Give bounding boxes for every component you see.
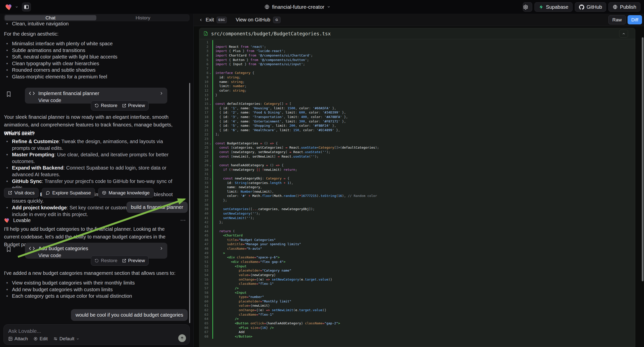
code-line: 67 Add	[200, 330, 635, 334]
code-line: 40 setNewCategory('');	[200, 211, 635, 216]
code-line: 41 setNewLimit('');	[200, 216, 635, 220]
code-line: 15⌄const defaultCategories: Category[] =…	[200, 102, 635, 106]
code-line: 31	[200, 172, 635, 176]
code-line: 25 const [categories, setCategories] = R…	[200, 145, 635, 150]
image-icon	[8, 336, 13, 341]
code-brackets-icon	[29, 246, 35, 251]
restore-icon	[94, 259, 99, 263]
exit-button[interactable]: Exit	[206, 17, 214, 23]
code-line: 35 limit: Number(newLimit),	[200, 190, 635, 194]
model-selector[interactable]: Default	[53, 336, 80, 342]
g-key-badge: G	[273, 17, 280, 23]
code-line: 18 { id: '3', name: 'Transportation', li…	[200, 115, 635, 119]
code-line: 45 <ChartCard	[200, 233, 635, 238]
design-bullet-list: Minimalist interface with plenty of whit…	[4, 40, 181, 80]
collapse-file-button[interactable]	[619, 30, 628, 38]
publish-globe-icon	[613, 4, 618, 10]
code-line: 28	[200, 158, 635, 163]
code-line: 56 className="flex-1"	[200, 282, 635, 286]
settings-button[interactable]	[523, 2, 532, 12]
publish-button[interactable]: Publish	[608, 2, 640, 12]
bookmark-icon[interactable]	[6, 246, 12, 252]
list-item: Rounded corners and subtle shadows	[4, 67, 181, 74]
code-line: 21 { id: '6', name: 'Healthcare', limit:…	[200, 128, 635, 132]
list-item: View existing budget categories with the…	[4, 280, 181, 286]
chat-scrollbar[interactable]	[189, 83, 190, 323]
code-line: 26 const [newCategory, setNewCategory] =…	[200, 150, 635, 154]
leading-bullet-list: Clean, intuitive navigation	[4, 20, 181, 27]
code-brackets-icon	[29, 91, 35, 96]
raw-toggle-button[interactable]: Raw	[608, 15, 626, 24]
top-bar: financial-future-creator Supabase GitHub…	[0, 0, 644, 14]
project-name: financial-future-creator	[272, 4, 324, 10]
version-card-label: Implement financial planner	[38, 90, 156, 96]
composer[interactable]: Ask Lovable... Attach Edit Default	[4, 324, 190, 345]
view-on-github-button[interactable]: View on GitHub	[236, 17, 270, 23]
attach-button[interactable]: Attach	[8, 336, 28, 342]
preview-button[interactable]: Preview	[122, 103, 145, 108]
preview-button[interactable]: Preview	[122, 258, 145, 263]
gear-icon	[523, 4, 528, 10]
code-line: 20 { id: '5', name: 'Shopping', limit: 2…	[200, 124, 635, 128]
diff-toggle-button[interactable]: Diff	[628, 15, 642, 24]
code-line: 55 onChange={(e) => setNewCategory(e.tar…	[200, 277, 635, 282]
explore-supabase-button[interactable]: Explore Supabase	[42, 188, 95, 198]
chevron-right-icon	[159, 246, 163, 250]
restore-icon	[94, 104, 99, 108]
code-line: 33 id: String(categories.length + 1),	[200, 181, 635, 185]
code-line: 11 limit: number;	[200, 84, 635, 88]
file-added-icon	[204, 31, 208, 36]
logo-chevron-down-icon[interactable]	[15, 5, 18, 9]
code-line: 48 className="h-auto"	[200, 246, 635, 251]
code-line: 46 title="Budget Categories"	[200, 238, 635, 242]
list-item: Soft, neutral color palette with light b…	[4, 54, 181, 60]
bookmark-icon[interactable]	[6, 91, 12, 97]
list-item: Subtle animations and transitions	[4, 47, 181, 54]
restore-button[interactable]: Restore	[94, 258, 118, 263]
send-button[interactable]	[178, 334, 186, 342]
code-line: 16 { id: '1', name: 'Housing', limit: 15…	[200, 106, 635, 110]
composer-input[interactable]: Ask Lovable...	[8, 328, 185, 334]
restore-button[interactable]: Restore	[94, 103, 118, 108]
esc-key-badge: ESC	[216, 17, 227, 23]
chat-bubble-icon	[46, 191, 50, 195]
visit-docs-button[interactable]: Visit docs	[4, 188, 38, 198]
code-editor[interactable]: 12import React from 'react';3import { Pl…	[200, 40, 635, 347]
manage-knowledge-button[interactable]: Manage knowledge	[98, 188, 154, 198]
supabase-button[interactable]: Supabase	[534, 2, 572, 12]
lovable-logo-icon[interactable]	[5, 3, 14, 11]
more-menu-icon[interactable]	[180, 219, 186, 221]
external-link-icon	[122, 259, 126, 263]
code-line: 37 };	[200, 198, 635, 202]
tab-chat[interactable]: Chat	[5, 15, 96, 20]
code-line: 36 color: '#' + Math.floor(Math.random()…	[200, 194, 635, 198]
next-step-item: Master Prompting: Use clear, detailed, a…	[4, 151, 181, 164]
lovable-app: financial-future-creator Supabase GitHub…	[0, 0, 644, 347]
sliders-icon	[53, 336, 58, 341]
code-line: 54 value={newCategory}	[200, 273, 635, 277]
code-line: 23	[200, 137, 635, 141]
tab-history[interactable]: History	[97, 15, 189, 20]
edit-button[interactable]: Edit	[33, 336, 48, 342]
sidebar-toggle-button[interactable]	[22, 2, 31, 12]
code-line: 32⌄ const newCategoryObj: Category = {	[200, 176, 635, 181]
code-line: 6import { Input } from '@/components/ui/…	[200, 62, 635, 66]
file-path-bar[interactable]: src/components/budget/BudgetCategories.t…	[200, 28, 635, 39]
restore-preview-toolbar: Restore Preview	[91, 100, 148, 110]
chevron-left-icon	[199, 18, 203, 22]
code-line: 52 <Input	[200, 264, 635, 268]
code-view-header: Exit ESC View on GitHub G Raw Diff	[194, 14, 644, 26]
project-title[interactable]: financial-future-creator	[264, 0, 330, 14]
code-line: 10 name: string;	[200, 80, 635, 84]
code-line: 22];	[200, 132, 635, 137]
code-line: 13}	[200, 93, 635, 97]
list-item: Minimalist interface with plenty of whit…	[4, 40, 181, 47]
quick-actions: Visit docs Explore Supabase Manage knowl…	[4, 188, 154, 198]
next-step-item: Expand with Backend: Connect Supabase to…	[4, 164, 181, 178]
github-button[interactable]: GitHub	[575, 2, 606, 12]
code-scrollbar[interactable]	[642, 37, 644, 281]
user-message-2: would be cool if you could add budget ca…	[71, 309, 188, 321]
code-line: 60 placeholder="Monthly limit"	[200, 299, 635, 304]
version-card-label: Add budget categories	[38, 246, 156, 252]
code-line: 1	[200, 40, 635, 44]
